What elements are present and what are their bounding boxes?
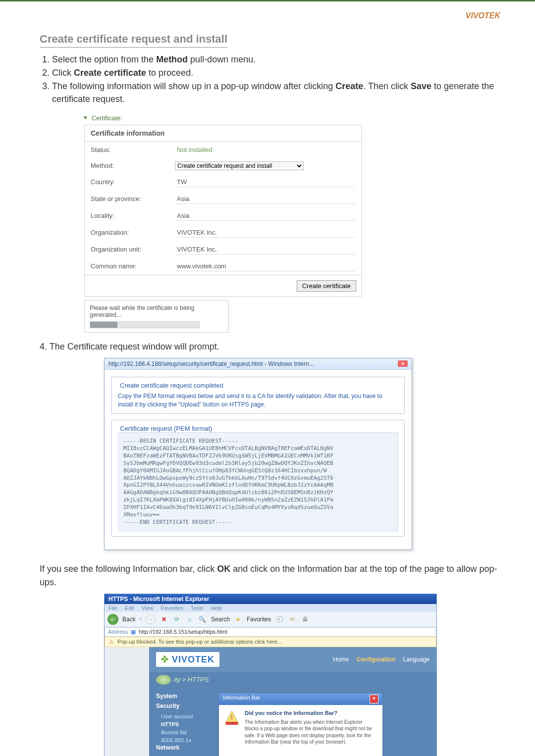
wait-box: Please wait while the certificate is bei… [84,300,229,333]
orgunit-input[interactable]: VIVOTEK Inc. [175,245,355,254]
status-label: Status: [91,146,175,153]
certificate-panel: ▸ Certificate: Certificate information S… [84,114,362,333]
mail-icon[interactable]: ✉ [288,615,297,624]
locality-label: Locality: [91,212,175,219]
step1-part-a: Select the option from the [52,54,156,64]
print-icon[interactable]: 🖶 [301,615,310,624]
step3-bold-create: Create [335,81,363,91]
sidebar-user-account[interactable]: User account [156,712,211,720]
info-para-a: If you see the following Information bar… [40,564,217,574]
step-3: The following information will show up i… [52,80,500,105]
country-input[interactable]: TW [175,177,355,187]
step2-part-c: to proceed. [146,68,193,78]
step3-part-c: . Then click [363,81,411,91]
popup-close-icon[interactable]: ✕ [398,360,408,367]
address-bar[interactable]: Address ▦ http://192.168.5.151/setup/htt… [105,627,436,637]
ie-page-icon: ▦ [131,629,136,635]
method-label: Method: [91,162,175,169]
certificate-info-title: Certificate information [85,125,361,142]
nav-language[interactable]: Language [403,656,429,663]
information-bar[interactable]: ⚠ Pop-up blocked. To see this pop-up or … [105,637,436,647]
info-paragraph: If you see the following Information bar… [40,562,500,588]
svg-text:!: ! [231,713,233,721]
sidebar-network[interactable]: Network [156,744,211,751]
top-nav: Home Configuration Language [327,656,429,663]
nav-home[interactable]: Home [333,656,349,663]
commonname-label: Common name: [91,262,175,270]
info-para-ok: OK [217,564,230,574]
information-bar-text: Pop-up blocked. To see this pop-up or ad… [117,639,282,645]
home-icon[interactable]: ⌂ [185,615,194,624]
menu-edit[interactable]: Edit [125,605,134,611]
country-label: Country: [91,178,175,186]
step1-part-c: pull-down menu. [188,54,256,64]
brand-label: VIVOTEK [40,11,500,20]
search-icon[interactable]: 🔍 [198,615,207,624]
dlg-body-text: The Information Bar alerts you when Inte… [245,719,377,746]
dlg-title: Information Bar [223,695,260,704]
dlg-question: Did you notice the Information Bar? [245,710,377,716]
popup-group2-title: Certificate request (PEM format) [118,425,214,432]
step-2: Click Create certificate to proceed. [52,67,500,79]
globe-icon [156,675,171,685]
pem-textarea[interactable]: -----BEGIN CERTIFICATE REQUEST----- MIIB… [118,432,398,531]
organization-input[interactable]: VIVOTEK Inc. [175,228,355,238]
popup-url: http://192.168.4.188/setup/security/cert… [108,360,314,367]
favorites-label[interactable]: Favorites [247,616,271,623]
locality-input[interactable]: Asia [175,211,355,221]
refresh-icon[interactable]: ⟳ [172,615,181,624]
vivotek-logo: ✜ VIVOTEK [156,652,219,667]
dlg-close-icon[interactable]: × [370,695,378,704]
create-certificate-button[interactable]: Create certificate [297,280,356,292]
sidebar-system[interactable]: System [156,693,211,700]
search-label[interactable]: Search [211,616,230,623]
information-dialog: Information Bar × ! Did you notice the I… [218,693,383,756]
svg-rect-1 [226,722,238,725]
menu-file[interactable]: File [108,605,117,611]
progress-bar [90,321,200,328]
forward-icon[interactable]: → [146,614,156,624]
address-value[interactable]: http://192.168.5.151/setup/https.html [139,629,227,635]
back-label[interactable]: Back [122,616,136,623]
certificate-collapse-header[interactable]: ▸ Certificate: [84,114,362,122]
breadcrumb: ity > HTTPS [174,676,209,683]
ie-menubar[interactable]: File Edit View Favorites Tools Help [105,604,436,612]
ie-left-gutter [105,647,149,756]
step1-bold: Method [156,54,188,64]
sidebar-ieee[interactable]: IEEE 802.1x [156,736,211,744]
logo-text: VIVOTEK [172,655,214,664]
commonname-input[interactable]: www.vivotek.com [175,261,355,271]
step3-part-a: The following information will show up i… [52,81,335,91]
nav-configuration[interactable]: Configuration [357,656,396,663]
sidebar-access-list[interactable]: Access list [156,728,211,736]
organization-label: Organization: [91,229,175,236]
step-4: 4. The Certificate request window will p… [40,342,500,352]
stop-icon[interactable]: ✖ [160,615,168,624]
ie-toolbar: ← Back • → ✖ ⟳ ⌂ 🔍 Search ★ Favorites 🕘 … [105,612,436,627]
sidebar-https[interactable]: HTTPS [156,720,211,728]
popup-group1-desc: Copy the PEM format request below and se… [118,392,398,409]
wait-text: Please wait while the certificate is bei… [90,304,223,318]
step2-part-a: Click [52,68,74,78]
menu-help[interactable]: Help [211,605,222,611]
menu-view[interactable]: View [142,605,154,611]
blocked-icon: ⚠ [109,639,114,645]
step2-bold: Create certificate [74,68,146,78]
method-select[interactable]: Create certificate request and install [175,161,304,170]
sidebar: System Security User account HTTPS Acces… [156,693,211,756]
back-button-icon[interactable]: ← [107,614,118,625]
sidebar-security[interactable]: Security [156,703,211,709]
menu-tools[interactable]: Tools [191,605,204,611]
menu-favorites[interactable]: Favorites [161,605,183,611]
cert-request-popup: http://192.168.4.188/setup/security/cert… [104,358,412,551]
warning-icon: ! [224,710,240,726]
history-icon[interactable]: 🕘 [275,615,284,624]
address-label: Address [108,629,128,635]
ie-window: HTTPS - Microsoft Internet Explorer File… [104,594,437,756]
orgunit-label: Organization unit: [91,246,175,253]
certificate-collapse-label: Certificate: [92,114,122,122]
ie-titlebar: HTTPS - Microsoft Internet Explorer [105,594,436,604]
favorites-icon[interactable]: ★ [234,615,243,624]
state-input[interactable]: Asia [175,194,355,204]
popup-group1-title: Create certificate request completed [118,382,225,389]
